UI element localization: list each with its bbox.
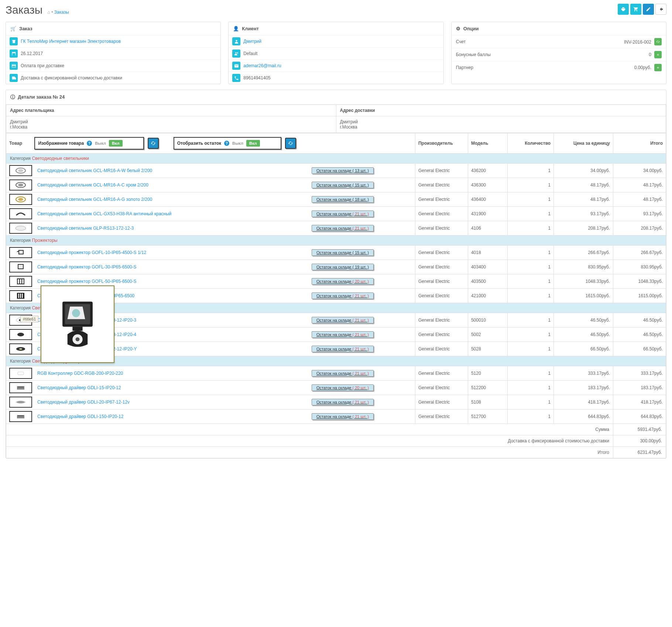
product-link[interactable]: Светодиодный прожектор GOFL-50-IP65-6500… xyxy=(37,279,306,284)
stock-badge[interactable]: Остаток на складе ( 15 шт. ) xyxy=(312,182,374,188)
qty-cell: 1 xyxy=(508,381,554,395)
mfr-cell: General Electric xyxy=(415,410,468,424)
price-cell: 183.17руб. xyxy=(554,381,613,395)
product-link[interactable]: Светодиодный прожектор GOFL-30-IP65-6500… xyxy=(37,264,306,270)
svg-point-9 xyxy=(16,226,26,230)
svg-rect-21 xyxy=(20,294,21,298)
refresh-stock-button[interactable] xyxy=(285,138,296,149)
stock-badge[interactable]: Остаток на складе ( 15 шт. ) xyxy=(312,249,374,256)
bonus-add-button[interactable]: + xyxy=(654,51,662,58)
product-thumb[interactable] xyxy=(9,276,32,287)
stock-badge[interactable]: Остаток на складе ( 21 шт. ) xyxy=(312,292,374,299)
toggle-image-on[interactable]: Вкл xyxy=(109,140,123,147)
total-cell: 34.00руб. xyxy=(613,164,666,178)
stock-badge[interactable]: Остаток на складе ( 19 шт. ) xyxy=(312,264,374,270)
stock-badge[interactable]: Остаток на складе ( 21 шт. ) xyxy=(312,331,374,338)
product-link[interactable]: Светодиодный драйвер GDLI-20-IP67-12-12v xyxy=(37,400,306,405)
home-icon[interactable]: ⌂ xyxy=(48,10,50,15)
stock-badge[interactable]: Остаток на складе ( 21 шт. ) xyxy=(312,317,374,323)
stock-badge[interactable]: Остаток на складе ( 18 шт. ) xyxy=(312,196,374,203)
svg-rect-39 xyxy=(72,327,82,331)
stock-badge[interactable]: Остаток на складе ( 13 шт. ) xyxy=(312,167,374,174)
product-thumb[interactable] xyxy=(9,368,32,379)
svg-rect-14 xyxy=(18,265,23,268)
client-email-link[interactable]: ademar26@mail.ru xyxy=(243,63,281,68)
price-cell: 1615.00руб. xyxy=(554,289,613,303)
partner-add-button[interactable]: + xyxy=(654,64,662,71)
help-icon[interactable]: ? xyxy=(87,141,92,146)
payment-icon xyxy=(10,62,18,70)
mfr-cell: General Electric xyxy=(415,221,468,236)
client-name-link[interactable]: Дмитрий xyxy=(243,39,261,44)
breadcrumb-link[interactable]: Заказы xyxy=(54,10,69,15)
product-thumb[interactable] xyxy=(9,165,32,176)
product-link[interactable]: Светодиодный прожектор GOFL-10-IP65-4500… xyxy=(37,250,306,255)
edit-button[interactable] xyxy=(643,4,654,15)
svg-point-32 xyxy=(17,401,25,403)
toggle-stock-on[interactable]: Вкл xyxy=(246,140,260,147)
product-thumb[interactable] xyxy=(9,223,32,234)
product-thumb[interactable] xyxy=(9,329,32,340)
product-link[interactable]: RGB Контроллер GDC-RGB-200-IP20-220 xyxy=(37,371,306,376)
product-thumb[interactable] xyxy=(9,179,32,191)
product-cell: Светодиодный драйвер GDLI-20-IP67-12-12v… xyxy=(6,395,415,410)
stock-badge[interactable]: Остаток на складе ( 21 шт. ) xyxy=(312,399,374,405)
svg-point-27 xyxy=(19,348,22,350)
help-icon[interactable]: ? xyxy=(224,141,229,146)
price-cell: 418.17руб. xyxy=(554,395,613,410)
info-panels: 🛒Заказ ГК ТеплоМир Интернет магазин Элек… xyxy=(6,22,666,84)
svg-point-6 xyxy=(18,184,23,186)
product-thumb[interactable] xyxy=(9,397,32,408)
total-cell: 93.17руб. xyxy=(613,207,666,221)
bonus-value: 0 xyxy=(649,52,651,57)
product-cell: Светодиодный прожектор GOFL-30-IP65-6500… xyxy=(6,260,415,274)
stock-badge[interactable]: Остаток на складе ( 21 шт. ) xyxy=(312,346,374,352)
mfr-cell: General Electric xyxy=(415,274,468,289)
svg-point-1 xyxy=(235,52,236,53)
mfr-cell: General Electric xyxy=(415,207,468,221)
qty-cell: 1 xyxy=(508,289,554,303)
print-button[interactable] xyxy=(618,4,629,15)
svg-rect-34 xyxy=(18,415,24,416)
product-thumb[interactable] xyxy=(9,290,32,301)
calendar-icon xyxy=(10,49,18,58)
product-thumb[interactable] xyxy=(9,343,32,354)
product-link[interactable]: Светодиодный светильник GCL-MR16-A-C хро… xyxy=(37,182,306,188)
order-date: 26.12.2017 xyxy=(21,51,43,56)
product-link[interactable]: Светодиодный светильник GCL-MR16-A-W бел… xyxy=(37,168,306,173)
invoice-gen-button[interactable] xyxy=(654,38,662,45)
client-panel: 👤Клиент Дмитрий Default ademar26@mail.ru… xyxy=(228,22,443,84)
page-header: Заказы ⌂ • Заказы xyxy=(6,4,666,16)
cart-button[interactable] xyxy=(630,4,641,15)
product-link[interactable]: Светодиодный светильник GCL-GX53-H38-RA … xyxy=(37,211,306,216)
refresh-image-button[interactable] xyxy=(148,138,159,149)
bonus-label: Бонусные баллы xyxy=(456,52,491,57)
back-button[interactable] xyxy=(655,4,666,15)
stock-badge[interactable]: Остаток на складе ( 21 шт. ) xyxy=(312,413,374,420)
product-link[interactable]: Светодиодный светильник GCL-MR16-A-G зол… xyxy=(37,197,306,202)
product-thumb[interactable] xyxy=(9,194,32,205)
product-thumb[interactable] xyxy=(9,411,32,422)
mfr-cell: General Electric xyxy=(415,381,468,395)
stock-badge[interactable]: Остаток на складе ( 21 шт. ) xyxy=(312,210,374,217)
stock-badge[interactable]: Остаток на складе ( 20 шт. ) xyxy=(312,384,374,391)
product-thumb[interactable] xyxy=(9,261,32,273)
price-cell: 34.00руб. xyxy=(554,164,613,178)
product-link[interactable]: Светодиодный светильник GLP-RS13-172-12-… xyxy=(37,226,306,231)
group-icon xyxy=(232,49,240,58)
category-row: Категория Светодиодные светильники xyxy=(6,154,666,164)
email-icon xyxy=(232,62,240,70)
product-link[interactable]: Светодиодный драйвер GDLI-150-IP20-12 xyxy=(37,414,306,419)
model-cell: 5108 xyxy=(468,395,507,410)
price-cell: 1048.33руб. xyxy=(554,274,613,289)
product-link[interactable]: Светодиодный драйвер GDLI-15-IP20-12 xyxy=(37,385,306,390)
product-thumb[interactable] xyxy=(9,247,32,258)
stock-badge[interactable]: Остаток на складе ( 21 шт. ) xyxy=(312,370,374,377)
product-thumb[interactable] xyxy=(9,382,32,393)
stock-badge[interactable]: Остаток на складе ( 21 шт. ) xyxy=(312,225,374,232)
stock-badge[interactable]: Остаток на складе ( 20 шт. ) xyxy=(312,278,374,285)
product-thumb[interactable] xyxy=(9,208,32,219)
total-cell: 46.50руб. xyxy=(613,328,666,342)
invoice-label: Счет xyxy=(456,39,466,44)
store-link[interactable]: ГК ТеплоМир Интернет магазин Электротова… xyxy=(21,39,121,44)
